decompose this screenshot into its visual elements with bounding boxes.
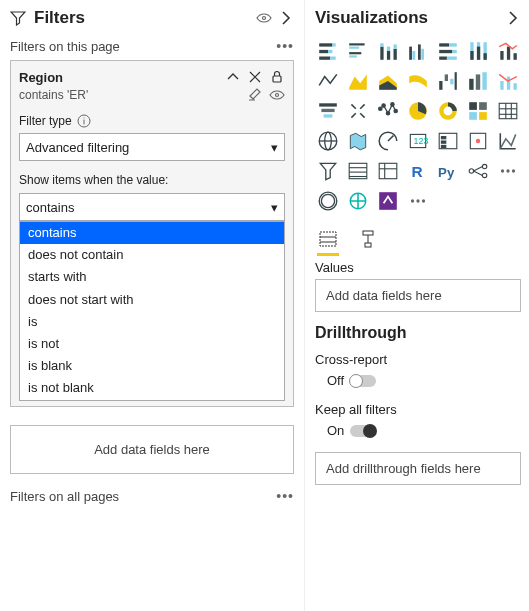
- viz-funnel-icon[interactable]: [315, 98, 341, 124]
- cross-report-toggle[interactable]: Off: [327, 373, 521, 388]
- viz-stacked-bar-icon[interactable]: [315, 38, 341, 64]
- operator-option[interactable]: does not start with: [20, 289, 284, 311]
- operator-option[interactable]: is not: [20, 333, 284, 355]
- operator-option[interactable]: is not blank: [20, 377, 284, 399]
- operator-value: contains: [26, 200, 74, 215]
- svg-rect-38: [514, 53, 517, 60]
- cross-report-value: Off: [327, 373, 344, 388]
- svg-rect-4: [319, 43, 332, 46]
- svg-rect-36: [500, 51, 503, 60]
- viz-stacked-col-icon[interactable]: [375, 38, 401, 64]
- operator-option[interactable]: is blank: [20, 355, 284, 377]
- svg-rect-22: [418, 44, 421, 59]
- viz-funnel-col-icon[interactable]: [465, 68, 491, 94]
- svg-rect-66: [469, 112, 477, 120]
- viz-gauge-icon[interactable]: [345, 98, 371, 124]
- viz-kpi-icon[interactable]: 123: [405, 128, 431, 154]
- keep-all-filters-label: Keep all filters: [315, 402, 521, 417]
- values-dropzone[interactable]: Add data fields here: [315, 279, 521, 312]
- lock-icon[interactable]: [269, 69, 285, 85]
- viz-scatter-icon[interactable]: [495, 128, 521, 154]
- svg-rect-18: [394, 49, 397, 60]
- viz-treemap-icon[interactable]: [375, 128, 401, 154]
- chevron-right-icon[interactable]: [505, 10, 521, 26]
- viz-donut-icon[interactable]: [465, 98, 491, 124]
- viz-globe-icon[interactable]: [345, 188, 371, 214]
- filter-card-region: Region contains 'ER' Filter type Advance…: [10, 60, 294, 407]
- viz-clustered-bar-icon[interactable]: [345, 38, 371, 64]
- eye-icon[interactable]: [256, 10, 272, 26]
- more-icon[interactable]: •••: [276, 38, 294, 54]
- svg-text:123: 123: [414, 136, 429, 146]
- viz-filled-map-icon[interactable]: [345, 128, 371, 154]
- operator-options-list: containsdoes not containstarts withdoes …: [19, 221, 285, 401]
- svg-rect-25: [449, 43, 457, 46]
- viz-map-icon[interactable]: [315, 128, 341, 154]
- drillthrough-dropzone[interactable]: Add drillthrough fields here: [315, 452, 521, 485]
- svg-rect-64: [469, 102, 477, 110]
- eye-icon[interactable]: [269, 87, 285, 103]
- filters-on-page-label: Filters on this page •••: [10, 38, 294, 54]
- viz-decomp-icon[interactable]: [345, 158, 371, 184]
- fields-tab[interactable]: [315, 224, 341, 254]
- viz-r-visual-icon[interactable]: R: [405, 158, 431, 184]
- drillthrough-title: Drillthrough: [315, 324, 521, 342]
- visualizations-pane: Visualizations 123RPy Values Add data fi…: [305, 0, 529, 611]
- viz-area-icon[interactable]: [345, 68, 371, 94]
- filter-type-select[interactable]: Advanced filtering ▾: [19, 133, 285, 161]
- svg-rect-33: [477, 47, 480, 60]
- viz-stacked100-bar-icon[interactable]: [435, 38, 461, 64]
- viz-stacked-area-icon[interactable]: [375, 68, 401, 94]
- viz-card-icon[interactable]: [375, 98, 401, 124]
- operator-option[interactable]: contains: [20, 222, 284, 244]
- svg-line-97: [474, 167, 483, 171]
- svg-rect-17: [387, 47, 390, 51]
- viz-line-dots-icon[interactable]: [465, 158, 491, 184]
- viz-py-visual-icon[interactable]: Py: [435, 158, 461, 184]
- viz-table-icon[interactable]: [465, 128, 491, 154]
- viz-app-icon[interactable]: [375, 188, 401, 214]
- viz-more-icon[interactable]: [405, 188, 431, 214]
- info-icon[interactable]: [76, 113, 92, 129]
- svg-point-108: [422, 199, 425, 202]
- svg-rect-105: [379, 192, 397, 210]
- viz-clustered-col-icon[interactable]: [405, 38, 431, 64]
- svg-rect-109: [320, 232, 336, 246]
- viz-stacked100-col-icon[interactable]: [465, 38, 491, 64]
- viz-matrix-icon[interactable]: [495, 98, 521, 124]
- svg-rect-44: [476, 74, 480, 89]
- viz-key-influencers-icon[interactable]: [315, 158, 341, 184]
- svg-point-59: [391, 103, 394, 106]
- chevron-up-icon[interactable]: [225, 69, 241, 85]
- operator-dropdown[interactable]: contains ▾ containsdoes not containstart…: [19, 193, 285, 221]
- viz-qna-icon[interactable]: [375, 158, 401, 184]
- viz-arcgis-icon[interactable]: [315, 188, 341, 214]
- chevron-right-icon[interactable]: [278, 10, 294, 26]
- viz-col-line-icon[interactable]: [495, 38, 521, 64]
- viz-ellipsis-icon[interactable]: [495, 158, 521, 184]
- viz-multi-card-icon[interactable]: [405, 98, 431, 124]
- svg-rect-46: [500, 81, 503, 90]
- operator-option[interactable]: is: [20, 311, 284, 333]
- erase-icon[interactable]: [247, 87, 263, 103]
- viz-pie-icon[interactable]: [435, 98, 461, 124]
- format-tab[interactable]: [355, 224, 381, 254]
- svg-rect-82: [441, 145, 445, 147]
- operator-option[interactable]: starts with: [20, 266, 284, 288]
- svg-line-52: [351, 104, 355, 108]
- viz-ribbon-icon[interactable]: [405, 68, 431, 94]
- svg-rect-31: [470, 51, 473, 60]
- svg-rect-80: [441, 137, 445, 139]
- svg-line-76: [388, 136, 394, 142]
- more-icon[interactable]: •••: [276, 488, 294, 504]
- keep-all-filters-toggle[interactable]: On: [327, 423, 521, 438]
- svg-point-107: [416, 199, 419, 202]
- svg-rect-1: [273, 76, 281, 82]
- viz-slicer-icon[interactable]: [435, 128, 461, 154]
- close-icon[interactable]: [247, 69, 263, 85]
- viz-line-icon[interactable]: [315, 68, 341, 94]
- add-fields-dropzone[interactable]: Add data fields here: [10, 425, 294, 474]
- viz-waterfall-icon[interactable]: [435, 68, 461, 94]
- operator-option[interactable]: does not contain: [20, 244, 284, 266]
- viz-combo-icon[interactable]: [495, 68, 521, 94]
